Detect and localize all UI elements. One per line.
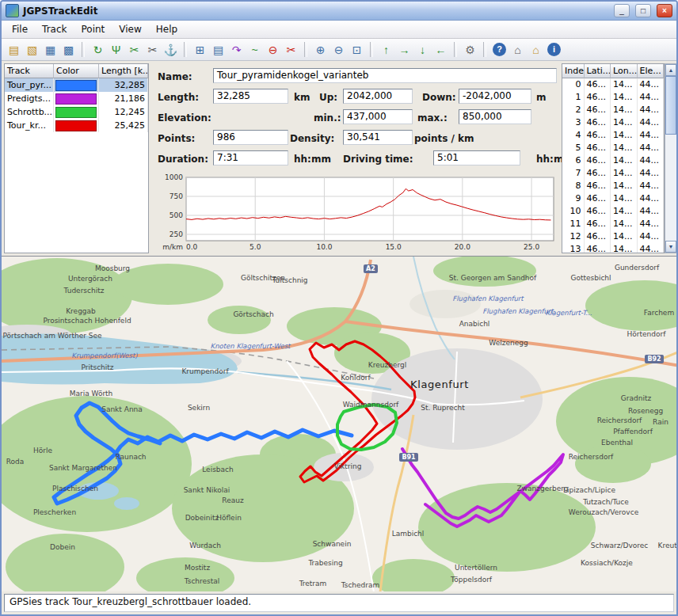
pan-up-icon[interactable]: ↑: [377, 40, 395, 59]
map-label: Viktring: [334, 462, 362, 470]
zoom-fit-icon[interactable]: ⊡: [348, 40, 366, 59]
reverse-track-icon[interactable]: ↷: [227, 40, 246, 59]
smooth-track-icon[interactable]: ~: [246, 40, 264, 59]
column-header-elevation[interactable]: Ele...: [638, 64, 664, 78]
map-label: Gradnitz: [621, 394, 652, 402]
duration-field[interactable]: 7:31: [213, 150, 288, 165]
menu-help[interactable]: Help: [149, 21, 185, 37]
zoom-out-icon[interactable]: ⊖: [329, 40, 348, 59]
map-label: Plescherken: [33, 508, 76, 516]
map-view[interactable]: A2B92B91 MoosburgUntergörachTuderschitzG…: [2, 256, 678, 592]
point-row[interactable]: 1046...14...44...: [562, 205, 664, 218]
max-elevation-field[interactable]: 850,000: [459, 109, 531, 124]
points-field[interactable]: 986: [213, 130, 288, 145]
minimize-button[interactable]: _: [614, 4, 630, 17]
point-row[interactable]: 946...14...44...: [562, 192, 664, 205]
point-row[interactable]: 246...14...44...: [562, 104, 664, 116]
zoom-in-icon[interactable]: ⊕: [311, 40, 329, 59]
track-length-cell: 25,425: [99, 119, 148, 132]
track-row[interactable]: Predigts...21,186: [5, 92, 148, 105]
map-label: Krumpendorf: [181, 367, 229, 375]
point-row[interactable]: 1146...14...44...: [562, 218, 664, 230]
length-label: Length:: [158, 92, 199, 103]
scrollbar-track[interactable]: [665, 76, 676, 241]
point-row[interactable]: 646...14...44...: [562, 154, 664, 167]
scroll-down-button[interactable]: ▼: [665, 241, 676, 253]
column-header-latitude[interactable]: Lati...: [585, 64, 611, 78]
point-row[interactable]: 346...14...44...: [562, 116, 664, 129]
point-row[interactable]: 1346...14...44...: [562, 243, 664, 253]
scrollbar-thumb[interactable]: [665, 76, 676, 135]
track-length-cell: 12,245: [99, 105, 148, 119]
driving-time-field[interactable]: 5:01: [433, 150, 520, 165]
toolbar-separator: [304, 42, 307, 57]
reload-track-icon[interactable]: ↻: [89, 40, 107, 59]
track-row[interactable]: Tour_pyr...32,285: [5, 78, 148, 92]
point-row[interactable]: 1246...14...44...: [562, 230, 664, 243]
point-row[interactable]: 846...14...44...: [562, 180, 664, 192]
cut-track-icon[interactable]: ✂: [143, 40, 162, 59]
map-label: Roda: [6, 458, 25, 466]
save-all-tracks-icon[interactable]: ▩: [59, 40, 78, 59]
upload-track-icon[interactable]: ⌂: [527, 40, 545, 59]
anchor-point-icon[interactable]: ⚓: [162, 40, 180, 59]
scroll-up-button[interactable]: ▲: [665, 64, 676, 76]
close-button[interactable]: ×: [657, 4, 672, 17]
help-icon[interactable]: ?: [493, 43, 506, 56]
down-field[interactable]: -2042,000: [459, 89, 531, 104]
svg-text:5.0: 5.0: [249, 243, 261, 251]
map-label: Sekirn: [188, 404, 210, 412]
save-track-icon[interactable]: ▦: [41, 40, 59, 59]
pan-down-icon[interactable]: ↓: [413, 40, 432, 59]
open-track-icon[interactable]: ▧: [23, 40, 41, 59]
pan-right-icon[interactable]: →: [395, 40, 413, 59]
pan-left-icon[interactable]: ←: [432, 40, 450, 59]
remove-points-icon[interactable]: ✂: [282, 40, 300, 59]
svg-text:m/km: m/km: [162, 243, 183, 251]
map-label: Pritschitz: [81, 363, 113, 371]
point-row[interactable]: 146...14...44...: [562, 91, 664, 104]
insert-table-icon[interactable]: ⊞: [191, 40, 209, 59]
point-row[interactable]: 546...14...44...: [562, 142, 664, 154]
map-label: Welzenegg: [489, 339, 528, 347]
track-color-swatch: [54, 105, 99, 119]
column-header-length[interactable]: Length [k...: [99, 64, 148, 78]
column-header-longitude[interactable]: Lon...: [611, 64, 637, 78]
name-field[interactable]: Tour_pyramidenkogel_varianteb: [213, 68, 557, 83]
track-name-cell: Tour_pyr...: [5, 78, 54, 92]
menu-point[interactable]: Point: [74, 21, 112, 37]
track-row[interactable]: Tour_kr...25,425: [5, 119, 148, 132]
delete-point-icon[interactable]: ⊖: [264, 40, 282, 59]
length-field[interactable]: 32,285: [213, 89, 288, 104]
info-icon[interactable]: i: [547, 43, 561, 56]
point-table-scrollbar[interactable]: ▲ ▼: [665, 63, 677, 253]
map-label: Wurdach: [189, 542, 221, 549]
map-home-icon[interactable]: ⌂: [508, 40, 527, 59]
maximize-button[interactable]: □: [635, 4, 651, 17]
min-elevation-field[interactable]: 437,000: [343, 109, 413, 124]
map-label: Kreggab: [66, 307, 96, 315]
merge-tracks-icon[interactable]: Ψ: [107, 40, 125, 59]
status-text: GPSies track Tour_kreuzbergl_schrottbaue…: [4, 594, 674, 612]
column-header-color[interactable]: Color: [54, 64, 99, 78]
split-track-icon[interactable]: ✂: [125, 40, 143, 59]
point-table-icon[interactable]: ▤: [209, 40, 227, 59]
density-field[interactable]: 30,541: [343, 130, 413, 145]
map-label: Untertöllern: [455, 564, 497, 572]
options-icon[interactable]: ⚙: [461, 40, 479, 59]
point-row[interactable]: 446...14...44...: [562, 129, 664, 142]
column-header-track[interactable]: Track: [5, 64, 54, 78]
elevation-profile-chart: 10007505002500.05.010.015.020.025.0m/km: [151, 171, 558, 253]
point-row[interactable]: 046...14...44...: [562, 78, 664, 91]
menu-track[interactable]: Track: [35, 21, 74, 37]
menu-file[interactable]: File: [5, 21, 35, 37]
point-row[interactable]: 746...14...44...: [562, 167, 664, 180]
new-track-icon[interactable]: ▤: [5, 40, 23, 59]
column-header-index[interactable]: Index: [562, 64, 585, 78]
menu-view[interactable]: View: [112, 21, 148, 37]
map-label: Flughafen Klagenfurt: [452, 295, 524, 302]
map-label: Kohldorf: [341, 374, 371, 382]
workarea: Track Color Length [k... Tour_pyr...32,2…: [2, 61, 676, 256]
track-row[interactable]: Schrottb...12,245: [5, 105, 148, 119]
up-field[interactable]: 2042,000: [343, 89, 413, 104]
